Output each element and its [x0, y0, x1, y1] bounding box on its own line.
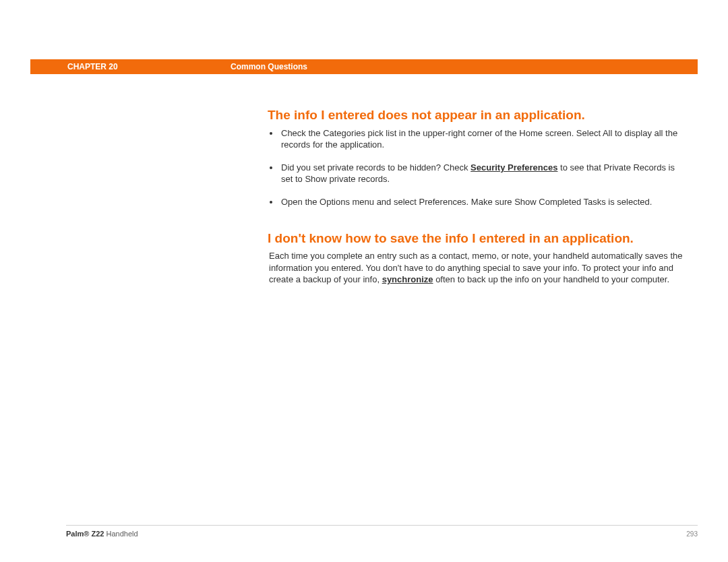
- section-heading-2: I don't know how to save the info I ente…: [268, 231, 688, 247]
- link-security-preferences[interactable]: Security Preferences: [471, 162, 557, 173]
- para-post: often to back up the info on your handhe…: [433, 274, 670, 284]
- footer-product-name: Palm® Z22: [66, 530, 104, 538]
- bullet-text: Open the Options menu and select Prefere…: [281, 197, 652, 207]
- section-heading-1: The info I entered does not appear in an…: [268, 108, 688, 123]
- chapter-header-bar: CHAPTER 20 Common Questions: [30, 59, 698, 74]
- bullet-list-1: Check the Categories pick list in the up…: [268, 127, 688, 208]
- link-synchronize[interactable]: synchronize: [382, 274, 433, 284]
- section-2: I don't know how to save the info I ente…: [268, 231, 688, 286]
- chapter-title: Common Questions: [231, 62, 307, 71]
- section-2-paragraph: Each time you complete an entry such as …: [268, 250, 688, 286]
- chapter-label: CHAPTER 20: [67, 62, 118, 71]
- bullet-text: Check the Categories pick list in the up…: [281, 128, 677, 150]
- footer-product: Palm® Z22 Handheld: [66, 530, 138, 538]
- list-item: Check the Categories pick list in the up…: [280, 127, 688, 151]
- list-item: Open the Options menu and select Prefere…: [280, 196, 688, 208]
- footer-product-rest: Handheld: [104, 530, 138, 538]
- list-item: Did you set private records to be hidden…: [280, 162, 688, 185]
- bullet-text-pre: Did you set private records to be hidden…: [281, 162, 471, 173]
- main-content: The info I entered does not appear in an…: [268, 108, 688, 286]
- footer-page-number: 293: [686, 530, 698, 538]
- page-footer: Palm® Z22 Handheld 293: [66, 525, 698, 538]
